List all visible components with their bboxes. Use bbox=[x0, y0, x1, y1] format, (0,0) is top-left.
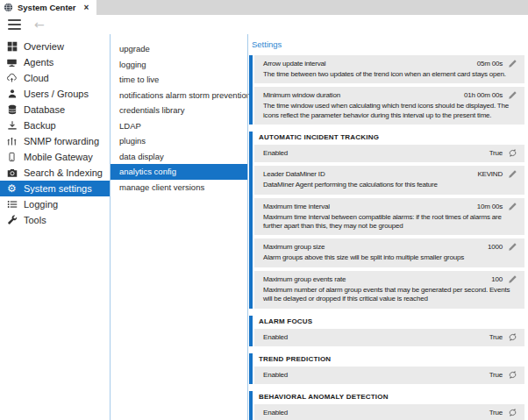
sidebar-item-label: Cloud bbox=[24, 73, 49, 83]
setting-name: Maximum group size bbox=[263, 243, 325, 251]
setting-name: Enabled bbox=[263, 149, 288, 157]
setting-row-enabled: Enabled True bbox=[254, 367, 524, 384]
sidebar-item-users-groups[interactable]: Users / Groups bbox=[0, 86, 110, 102]
sidebar-item-agents[interactable]: Agents bbox=[0, 54, 110, 70]
pencil-edit-icon[interactable] bbox=[508, 59, 517, 68]
settings-group-trend-icons: Arrow update interval 05m 00s The time b… bbox=[249, 55, 524, 125]
user-icon bbox=[6, 89, 18, 100]
sidebar-item-system-settings[interactable]: ⚙ System settings bbox=[0, 181, 110, 196]
sidebar-item-label: Tools bbox=[24, 215, 46, 225]
sidebar-item-tools[interactable]: Tools bbox=[0, 212, 110, 228]
setting-description: The time window used when calculating wh… bbox=[263, 102, 517, 120]
settings-group-alarm-focus: ALARM FOCUS Enabled True bbox=[249, 316, 524, 346]
setting-value: 01h 00m 00s bbox=[464, 91, 503, 99]
settings-panel: Settings Arrow update interval 05m 00s T… bbox=[248, 34, 528, 420]
cycle-toggle-icon[interactable] bbox=[508, 148, 517, 158]
mobile-phone-icon bbox=[6, 152, 18, 163]
settings-panel-title: Settings bbox=[252, 39, 524, 49]
setting-name: Enabled bbox=[263, 409, 288, 416]
settings-group-header: TREND PREDICTION bbox=[254, 353, 524, 367]
globe-icon bbox=[4, 3, 13, 12]
submenu-item-time-to-live[interactable]: time to live bbox=[111, 72, 247, 88]
sidebar-item-backup[interactable]: Backup bbox=[0, 117, 110, 133]
setting-value: KEVIND bbox=[477, 170, 503, 178]
hamburger-menu-icon[interactable] bbox=[8, 19, 21, 30]
settings-group-header: ALARM FOCUS bbox=[254, 316, 524, 329]
setting-row-maximum-time-interval: Maximum time interval 10m 00s Maximum ti… bbox=[254, 198, 524, 236]
settings-group-header: BEHAVIORAL ANOMALY DETECTION bbox=[254, 391, 524, 404]
sidebar-item-search-indexing[interactable]: Search & Indexing bbox=[0, 165, 110, 181]
agents-monitor-icon bbox=[6, 57, 18, 68]
submenu-item-analytics-config[interactable]: analytics config bbox=[111, 164, 247, 180]
settings-group-automatic-incident-tracking: AUTOMATIC INCIDENT TRACKING Enabled True… bbox=[249, 132, 524, 308]
tab-title: System Center bbox=[18, 3, 76, 12]
sidebar-item-label: SNMP forwarding bbox=[24, 136, 99, 146]
setting-name: Enabled bbox=[263, 333, 288, 341]
settings-group-header: AUTOMATIC INCIDENT TRACKING bbox=[254, 132, 524, 145]
setting-description: DataMiner Agent performing the calculati… bbox=[263, 181, 517, 189]
close-icon[interactable]: × bbox=[84, 4, 89, 12]
setting-value: 1000 bbox=[488, 243, 503, 251]
setting-name: Enabled bbox=[263, 371, 288, 379]
settings-group-trend-prediction: TREND PREDICTION Enabled True bbox=[249, 353, 524, 384]
setting-row-maximum-group-events-rate: Maximum group events rate 100 Maximum nu… bbox=[254, 271, 524, 309]
submenu-item-credentials-library[interactable]: credentials library bbox=[111, 103, 247, 118]
setting-row-arrow-update-interval: Arrow update interval 05m 00s The time b… bbox=[254, 55, 524, 83]
gear-icon: ⚙ bbox=[6, 183, 18, 195]
sidebar-item-label: Search & Indexing bbox=[24, 167, 103, 178]
sidebar-item-logging[interactable]: Logging bbox=[0, 196, 110, 212]
submenu-item-data-display[interactable]: data display bbox=[111, 149, 247, 165]
setting-description: Maximum number of alarm group events tha… bbox=[263, 286, 517, 304]
snmp-forwarding-icon bbox=[6, 136, 18, 147]
wrench-icon bbox=[6, 215, 18, 226]
setting-name: Arrow update interval bbox=[263, 60, 325, 68]
sidebar-item-cloud[interactable]: Cloud bbox=[0, 70, 110, 86]
pencil-edit-icon[interactable] bbox=[508, 90, 517, 100]
cycle-toggle-icon[interactable] bbox=[508, 408, 517, 417]
setting-value: True bbox=[489, 333, 503, 341]
submenu-item-ldap[interactable]: LDAP bbox=[111, 118, 247, 134]
pencil-edit-icon[interactable] bbox=[508, 242, 517, 252]
tab-system-center[interactable]: System Center × bbox=[0, 0, 96, 15]
setting-value: 05m 00s bbox=[477, 60, 503, 68]
overview-grid-icon bbox=[6, 41, 18, 53]
submenu-item-plugins[interactable]: plugins bbox=[111, 133, 247, 149]
database-icon bbox=[6, 104, 18, 116]
sidebar-item-label: Mobile Gateway bbox=[24, 152, 93, 162]
setting-value: 100 bbox=[491, 275, 503, 283]
sidebar-item-mobile-gateway[interactable]: Mobile Gateway bbox=[0, 149, 110, 165]
setting-description: Alarm groups above this size will be spl… bbox=[263, 253, 517, 262]
setting-description: The time between two updates of the tren… bbox=[263, 70, 517, 79]
submenu-item-upgrade[interactable]: upgrade bbox=[111, 41, 247, 57]
tab-bar: System Center × bbox=[0, 0, 528, 15]
pencil-edit-icon[interactable] bbox=[508, 202, 517, 211]
cycle-toggle-icon[interactable] bbox=[508, 332, 517, 342]
submenu-item-manage-client-versions[interactable]: manage client versions bbox=[111, 180, 247, 196]
setting-name: Minimum window duration bbox=[263, 91, 340, 99]
setting-row-leader-dataminer-id: Leader DataMiner ID KEVIND DataMiner Age… bbox=[254, 166, 524, 194]
backup-download-icon bbox=[6, 120, 18, 132]
setting-description: Maximum time interval between compatible… bbox=[263, 213, 517, 231]
content-area: Overview Agents Cloud Users / Groups Dat… bbox=[0, 34, 528, 420]
cycle-toggle-icon[interactable] bbox=[508, 370, 517, 380]
submenu-item-notifications-alarm-storm-prevention[interactable]: notifications alarm storm prevention bbox=[111, 88, 247, 103]
submenu: upgrade logging time to live notificatio… bbox=[111, 34, 247, 420]
pencil-edit-icon[interactable] bbox=[508, 169, 517, 179]
sidebar-item-database[interactable]: Database bbox=[0, 102, 110, 117]
submenu-item-logging[interactable]: logging bbox=[111, 57, 247, 73]
setting-row-enabled: Enabled True bbox=[254, 329, 524, 346]
setting-name: Maximum time interval bbox=[263, 203, 330, 210]
cloud-upload-icon bbox=[6, 73, 18, 84]
sidebar-item-snmp-forwarding[interactable]: SNMP forwarding bbox=[0, 133, 110, 149]
sidebar-item-overview[interactable]: Overview bbox=[0, 39, 110, 54]
sidebar-item-label: Users / Groups bbox=[24, 89, 89, 99]
setting-value: 10m 00s bbox=[477, 203, 503, 210]
setting-row-enabled: Enabled True bbox=[254, 404, 524, 420]
sidebar-item-label: System settings bbox=[24, 183, 92, 194]
pencil-edit-icon[interactable] bbox=[508, 274, 517, 284]
sidebar: Overview Agents Cloud Users / Groups Dat… bbox=[0, 34, 110, 420]
back-arrow-icon[interactable]: ← bbox=[34, 18, 45, 31]
log-list-icon bbox=[6, 199, 18, 210]
setting-row-maximum-group-size: Maximum group size 1000 Alarm groups abo… bbox=[254, 238, 524, 267]
sidebar-item-label: Logging bbox=[24, 199, 58, 210]
